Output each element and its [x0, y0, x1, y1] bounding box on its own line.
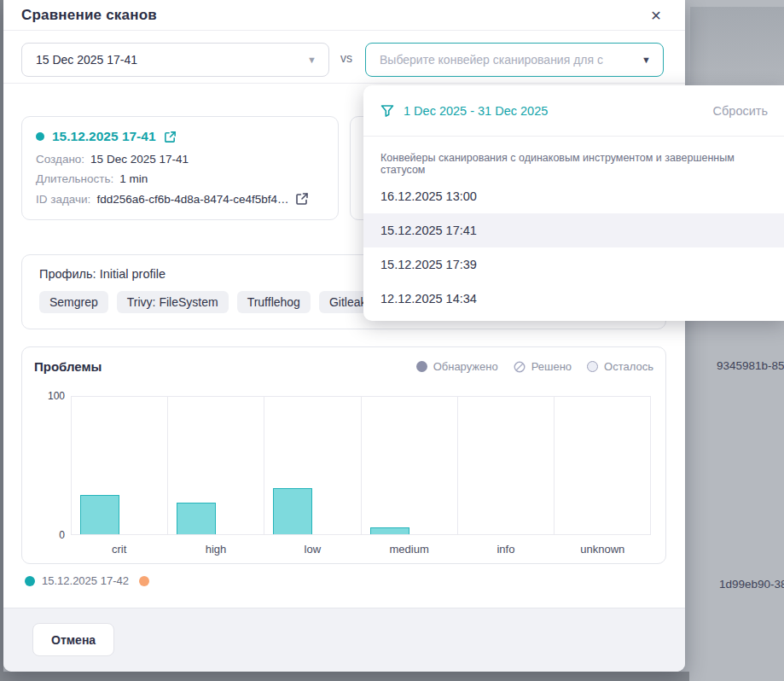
compare-scan-select[interactable]: Выберите конвейер сканирования для с ▼: [365, 43, 664, 77]
chart-slot-crit: [72, 397, 168, 534]
bar-crit[interactable]: [80, 495, 119, 534]
legend-hatched-icon: [514, 361, 526, 373]
x-label-crit: crit: [71, 543, 167, 556]
tool-tag: Semgrep: [39, 291, 108, 313]
problems-chart-card: Проблемы ОбнаруженоРешеноОсталось 100 0 …: [21, 346, 666, 564]
reset-filter-link[interactable]: Сбросить: [713, 104, 768, 118]
chevron-down-icon: ▼: [307, 55, 317, 65]
chart-slot-low: [264, 397, 361, 534]
modal-title: Сравнение сканов: [21, 7, 157, 24]
chart-plot: [71, 396, 651, 535]
legend-item-filled[interactable]: Обнаружено: [416, 360, 498, 373]
vs-label: vs: [340, 51, 352, 65]
background-hash-top: 9345981b-85: [717, 359, 784, 372]
background-hash-bottom: 1d99eb90-38: [719, 578, 784, 591]
background-table-block: [690, 7, 784, 84]
pipeline-option[interactable]: 15.12.2025 17:41: [363, 213, 784, 247]
series-teal-dot: [25, 576, 35, 586]
y-axis-tick-min: 0: [39, 529, 65, 541]
bar-high[interactable]: [177, 503, 216, 534]
series-label: 15.12.2025 17-42: [42, 574, 129, 587]
tool-tag: Trivy: FileSystem: [117, 291, 229, 313]
pipeline-option[interactable]: 16.12.2025 13:00: [363, 179, 784, 213]
base-scan-select-value: 15 Dec 2025 17-41: [36, 53, 300, 67]
legend-label: Решено: [531, 360, 572, 373]
x-label-unknown: unknown: [555, 543, 651, 556]
bar-low[interactable]: [273, 488, 312, 534]
legend-outline-icon: [587, 361, 598, 372]
series-legend: 15.12.2025 17-42: [25, 574, 149, 587]
pipeline-option[interactable]: 15.12.2025 17:39: [363, 247, 784, 282]
task-id-row: ID задачи: fdd256a6-cf6b-4d8a-8474-ce4f5…: [36, 192, 324, 206]
scan-card-title-row: 15.12.2025 17-41: [36, 129, 324, 144]
base-scan-select[interactable]: 15 Dec 2025 17-41 ▼: [21, 43, 329, 77]
pipeline-dropdown-panel: 1 Dec 2025 - 31 Dec 2025 Сбросить Конвей…: [363, 85, 784, 321]
duration-label: Длительность:: [36, 172, 113, 185]
series-orange-dot: [139, 576, 149, 586]
pipeline-options: 16.12.2025 13:0015.12.2025 17:4115.12.20…: [363, 179, 784, 316]
duration-row: Длительность: 1 min: [36, 172, 324, 185]
chart-slot-high: [168, 397, 264, 534]
x-label-low: low: [264, 543, 361, 556]
legend-filled-icon: [416, 361, 427, 372]
pipeline-list-caption: Конвейеры сканирования с одинаковым инст…: [363, 137, 784, 179]
created-row: Создано: 15 Dec 2025 17-41: [36, 153, 324, 166]
chart-slot-medium: [362, 397, 458, 534]
x-label-high: high: [167, 543, 264, 556]
modal-bottom-shadow: [0, 672, 689, 681]
chevron-down-icon: ▼: [642, 55, 651, 65]
legend-label: Осталось: [604, 360, 653, 373]
chart-header: Проблемы ОбнаруженоРешеноОсталось: [34, 359, 653, 374]
duration-value: 1 min: [119, 172, 148, 185]
pipeline-option[interactable]: 12.12.2025 14:34: [363, 282, 784, 316]
legend-item-hatched[interactable]: Решено: [514, 360, 572, 373]
chart-legend: ОбнаруженоРешеноОсталось: [416, 360, 653, 373]
bar-medium[interactable]: [370, 527, 409, 534]
external-link-icon[interactable]: [164, 131, 177, 143]
y-axis-tick-max: 100: [39, 390, 65, 402]
task-id-value: fdd256a6-cf6b-4d8a-8474-ce4f5bf4…: [96, 193, 288, 206]
modal-footer: Отмена: [3, 608, 685, 672]
chart-slot-unknown: [555, 397, 650, 534]
modal-header: Сравнение сканов ✕: [3, 0, 685, 31]
status-dot: [36, 132, 44, 141]
compare-scan-select-placeholder: Выберите конвейер сканирования для с: [380, 53, 635, 67]
scan-summary-card: 15.12.2025 17-41 Создано: 15 Dec 2025 17…: [21, 116, 339, 220]
task-id-label: ID задачи:: [36, 193, 90, 206]
legend-item-outline[interactable]: Осталось: [587, 360, 653, 373]
x-label-info: info: [457, 543, 554, 556]
chart-slot-info: [458, 397, 555, 534]
date-filter-row: 1 Dec 2025 - 31 Dec 2025 Сбросить: [363, 85, 784, 137]
x-axis-labels: crithighlowmediuminfounknown: [71, 543, 651, 556]
external-link-icon[interactable]: [295, 192, 309, 206]
scan-title-link[interactable]: 15.12.2025 17-41: [52, 129, 156, 144]
close-icon[interactable]: ✕: [646, 5, 666, 26]
compare-selects-row: 15 Dec 2025 17-41 ▼ vs Выберите конвейер…: [3, 31, 685, 84]
legend-label: Обнаружено: [433, 360, 498, 373]
tool-tag: Trufflehog: [237, 291, 311, 313]
created-label: Создано:: [36, 153, 84, 166]
filter-funnel-icon[interactable]: [380, 104, 394, 118]
cancel-button[interactable]: Отмена: [32, 623, 114, 656]
date-range-filter[interactable]: 1 Dec 2025 - 31 Dec 2025: [404, 104, 548, 118]
chart-title: Проблемы: [34, 359, 102, 374]
created-value: 15 Dec 2025 17-41: [90, 153, 189, 166]
x-label-medium: medium: [361, 543, 457, 556]
